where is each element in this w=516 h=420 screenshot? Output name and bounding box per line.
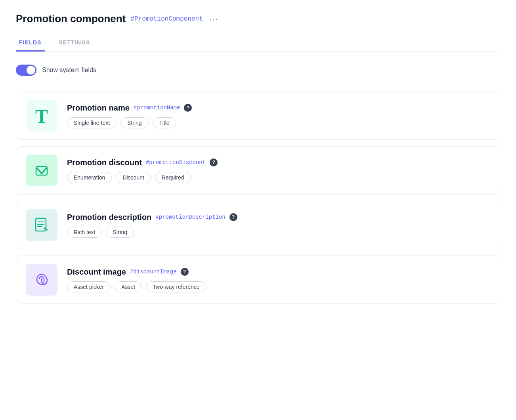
- field-info-promotion-discount: Promotion discount #promotionDiscount ? …: [67, 158, 490, 183]
- tag-discount: Discount: [116, 172, 151, 183]
- field-name-description: Promotion description: [67, 213, 151, 222]
- fields-list: T Promotion name #promotionName ? Single…: [16, 92, 500, 304]
- toggle-thumb: [27, 66, 35, 74]
- tag-string: String: [120, 117, 149, 128]
- paperclip-icon: [33, 271, 50, 288]
- field-card-promotion-name: T Promotion name #promotionName ? Single…: [16, 92, 500, 140]
- tag-two-way-reference: Two-way reference: [146, 281, 206, 292]
- field-api-name: #promotionName: [134, 105, 180, 111]
- field-api-name-image: #discountImage: [130, 269, 177, 275]
- help-icon-description[interactable]: ?: [229, 213, 237, 221]
- field-info-discount-image: Discount image #discountImage ? Asset pi…: [67, 267, 490, 292]
- tabs-row: FIELDS SETTINGS: [16, 34, 500, 52]
- help-icon[interactable]: ?: [184, 104, 192, 112]
- tag-single-line-text: Single line text: [67, 117, 117, 128]
- field-name-row-image: Discount image #discountImage ?: [67, 267, 490, 277]
- system-fields-label: Show system fields: [42, 67, 96, 74]
- svg-text:T: T: [35, 106, 48, 125]
- text-icon: T: [34, 106, 50, 125]
- more-options-icon[interactable]: ···: [209, 14, 218, 23]
- field-icon-promotion-name: T: [26, 100, 57, 132]
- rich-text-icon: [33, 216, 50, 234]
- field-icon-promotion-description: [26, 209, 57, 241]
- tag-asset-picker: Asset picker: [67, 281, 111, 292]
- field-name-row-discount: Promotion discount #promotionDiscount ?: [67, 158, 490, 167]
- system-fields-toggle[interactable]: [16, 65, 36, 76]
- field-name-discount: Promotion discount: [67, 158, 142, 167]
- help-icon-image[interactable]: ?: [181, 268, 189, 276]
- field-name: Promotion name: [67, 103, 130, 113]
- tag-enumeration: Enumeration: [67, 172, 112, 183]
- field-card-discount-image: Discount image #discountImage ? Asset pi…: [16, 256, 500, 304]
- field-icon-discount-image: [26, 264, 57, 296]
- field-name-row: Promotion name #promotionName ?: [67, 103, 490, 113]
- tag-required: Required: [155, 172, 191, 183]
- tag-rich-text: Rich text: [67, 227, 102, 238]
- tag-title: Title: [153, 117, 176, 128]
- field-tags-description: Rich text String: [67, 227, 490, 238]
- field-card-promotion-description: Promotion description #promotionDescript…: [16, 201, 500, 249]
- tag-asset: Asset: [115, 281, 142, 292]
- tab-fields[interactable]: FIELDS: [16, 34, 45, 52]
- field-icon-promotion-discount: [26, 155, 57, 186]
- field-tags-image: Asset picker Asset Two-way reference: [67, 281, 490, 292]
- field-name-image: Discount image: [67, 267, 126, 277]
- page-title: Promotion component: [16, 13, 126, 25]
- tab-settings[interactable]: SETTINGS: [56, 34, 94, 52]
- field-name-row-description: Promotion description #promotionDescript…: [67, 213, 490, 222]
- chevron-down-icon: [33, 162, 50, 179]
- field-tags-discount: Enumeration Discount Required: [67, 172, 490, 183]
- tag-string-description: String: [106, 227, 134, 238]
- field-info-promotion-name: Promotion name #promotionName ? Single l…: [67, 103, 490, 128]
- component-api-tag: #PromotionComponent: [130, 15, 203, 23]
- header-row: Promotion component #PromotionComponent …: [16, 13, 500, 25]
- field-tags: Single line text String Title: [67, 117, 490, 128]
- system-fields-row: Show system fields: [16, 65, 500, 76]
- field-card-promotion-discount: Promotion discount #promotionDiscount ? …: [16, 146, 500, 195]
- help-icon-discount[interactable]: ?: [210, 158, 218, 166]
- field-api-name-discount: #promotionDiscount: [146, 159, 206, 166]
- field-api-name-description: #promotionDescription: [155, 214, 225, 220]
- field-info-promotion-description: Promotion description #promotionDescript…: [67, 213, 490, 238]
